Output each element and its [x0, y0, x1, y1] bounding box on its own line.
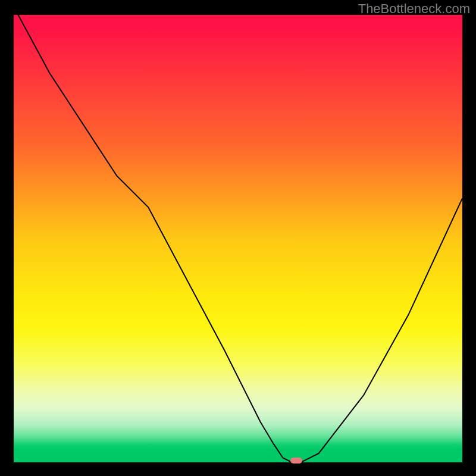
bottleneck-curve — [14, 15, 462, 462]
watermark-text: TheBottleneck.com — [358, 1, 470, 17]
chart-frame: TheBottleneck.com — [0, 0, 476, 476]
curve-path — [18, 15, 462, 462]
plot-area — [14, 15, 462, 462]
optimal-marker — [290, 458, 302, 464]
